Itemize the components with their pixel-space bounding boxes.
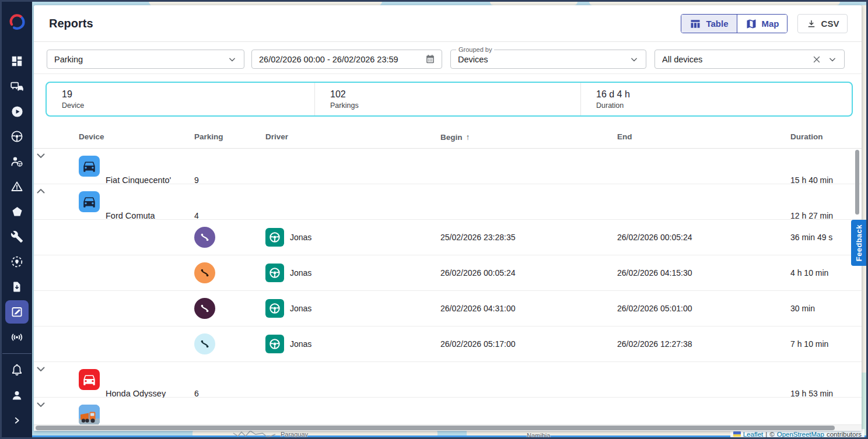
sidebar-item-dashboard[interactable] (2, 48, 32, 73)
summary-value: 19 (62, 89, 314, 100)
date-range-input[interactable]: 26/02/2026 00:00 - 26/02/2026 23:59 (251, 50, 442, 69)
date-range-value: 26/02/2026 00:00 - 26/02/2026 23:59 (259, 55, 425, 64)
report-type-select[interactable]: Parking (47, 50, 244, 69)
begin-value: 26/02/2026 04:31:00 (440, 291, 515, 326)
steering-wheel-icon (268, 266, 281, 279)
map-view-button[interactable]: Map (737, 15, 787, 33)
grouped-by-value: Devices (458, 55, 628, 64)
filters-divider (34, 73, 862, 74)
begin-value: 26/02/2026 00:05:24 (440, 255, 515, 291)
vertical-scrollbar-thumb[interactable] (855, 150, 859, 215)
sidebar-item-alerts[interactable] (2, 174, 32, 199)
dashboard-icon (10, 55, 23, 68)
sidebar-item-service[interactable] (2, 224, 32, 250)
expander-icon[interactable] (34, 362, 48, 376)
drivers-icon (10, 154, 24, 168)
table-row[interactable]: Kinshasa 1 2 18 h 54 min (34, 398, 862, 424)
table-header: Device Parking Driver Begin↑ End Duratio… (34, 125, 862, 149)
sidebar-item-sim[interactable] (2, 275, 32, 300)
grouped-by-select[interactable]: Grouped by Devices (450, 50, 646, 69)
column-header-begin[interactable]: Begin↑ (440, 125, 470, 149)
table-row[interactable]: Fiat Cinquecento' 9 15 h 40 min (34, 149, 862, 184)
table-row[interactable]: Ford Comuta 4 12 h 27 min (34, 184, 862, 220)
parking-marker[interactable] (194, 227, 215, 248)
chevron-down-icon (827, 54, 838, 65)
column-header-duration[interactable]: Duration (790, 125, 823, 149)
sim-card-icon (10, 280, 23, 293)
sidebar-item-tracking[interactable] (2, 250, 32, 275)
car-icon (82, 372, 97, 387)
sidebar-item-driving[interactable] (2, 124, 32, 149)
duration-value: 7 h 10 min (790, 326, 828, 362)
driver-icon (265, 228, 284, 247)
devices-select[interactable]: All devices (654, 50, 845, 69)
map-land-patch (589, 0, 840, 5)
feedback-button[interactable]: Feedback (851, 220, 866, 266)
playback-icon (10, 105, 24, 118)
horizontal-scrollbar-thumb[interactable] (36, 426, 835, 430)
parking-marker[interactable] (194, 333, 215, 354)
steering-wheel-icon (10, 129, 24, 143)
user-icon (10, 388, 24, 402)
table-row-detail: Jonas 25/02/2026 23:28:35 26/02/2026 00:… (34, 220, 862, 255)
map-land-patch (490, 0, 578, 5)
column-header-device[interactable]: Device (79, 125, 104, 149)
sidebar-item-account[interactable] (2, 382, 32, 408)
sidebar-item-notifications[interactable] (2, 357, 32, 382)
end-value: 26/02/2026 12:27:38 (617, 326, 692, 362)
driver-icon (265, 264, 284, 282)
download-icon (806, 19, 817, 29)
sidebar-item-geofences[interactable] (2, 199, 32, 224)
map-icon (746, 18, 757, 30)
app-logo[interactable] (2, 6, 32, 40)
duration-value: 36 min 49 s (790, 220, 832, 255)
column-header-parking[interactable]: Parking (194, 125, 223, 149)
csv-export-button[interactable]: CSV (797, 14, 848, 33)
summary-card-parkings: 102 Parkings (315, 83, 581, 115)
device-name: Kinshasa 1 (106, 412, 148, 424)
vehicle-icon (79, 191, 100, 212)
view-toggle: Table Map (681, 14, 788, 33)
car-icon (82, 159, 97, 174)
attribution-suffix: contributors (827, 431, 862, 438)
end-value: 26/02/2026 04:15:30 (617, 255, 692, 291)
sidebar-item-connectivity[interactable] (2, 325, 32, 350)
expander-icon[interactable] (34, 184, 48, 198)
steering-wheel-icon (268, 338, 281, 350)
column-header-end[interactable]: End (617, 125, 632, 149)
horizontal-scrollbar[interactable] (34, 424, 862, 431)
parking-marker[interactable] (194, 262, 215, 283)
table-view-button[interactable]: Table (681, 15, 737, 33)
chevron-right-icon (10, 414, 23, 427)
parking-marker[interactable] (194, 298, 215, 319)
osm-link[interactable]: OpenStreetMap (777, 431, 824, 438)
leaflet-link[interactable]: Leaflet (743, 431, 764, 438)
sidebar-item-reports[interactable] (2, 300, 32, 325)
page-title: Reports (49, 5, 93, 42)
vehicle-icon (79, 405, 100, 424)
tracking-icon (10, 255, 24, 269)
alerts-icon (10, 180, 24, 194)
expander-icon[interactable] (34, 398, 48, 412)
chevron-down-icon (628, 54, 640, 65)
sidebar-item-playback[interactable] (2, 99, 32, 124)
antenna-icon (10, 330, 24, 344)
table-row[interactable]: Honda Odyssey 6 19 h 53 min (34, 362, 862, 398)
steering-wheel-icon (268, 302, 281, 315)
sidebar-item-fleet[interactable] (2, 73, 32, 99)
sidebar-expand-button[interactable] (2, 408, 32, 433)
begin-value: 26/02/2026 05:17:00 (440, 326, 515, 362)
expander-icon[interactable] (34, 149, 48, 163)
driver-name: Jonas (290, 326, 312, 362)
summary-bar: 19 Device 102 Parkings 16 d 4 h Duration (46, 82, 853, 117)
clear-icon[interactable] (811, 54, 822, 65)
calendar-icon (425, 54, 436, 65)
report-type-value: Parking (54, 55, 226, 64)
sidebar-item-drivers[interactable] (2, 149, 32, 174)
parkings-count: 2 (194, 412, 199, 424)
summary-card-device: 19 Device (47, 83, 315, 115)
column-header-driver[interactable]: Driver (265, 125, 288, 149)
table-row-detail: Jonas 26/02/2026 00:05:24 26/02/2026 04:… (34, 255, 862, 291)
grouped-by-label: Grouped by (456, 46, 494, 53)
bell-icon (10, 363, 24, 377)
